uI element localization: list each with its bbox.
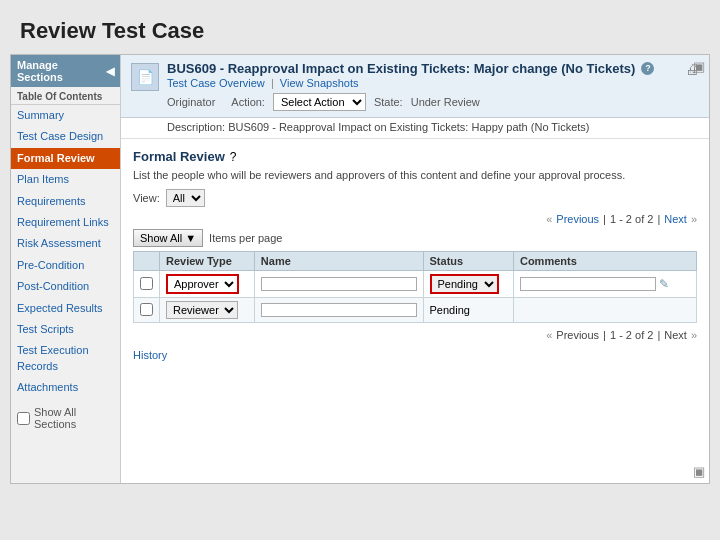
section-desc: List the people who will be reviewers an… [133, 169, 697, 181]
col-header-comments: Comments [513, 252, 696, 271]
show-all-btn-label: Show All [140, 232, 182, 244]
bottom-separator2: | [657, 329, 660, 341]
row2-status-text: Pending [430, 304, 470, 316]
view-snapshots-link[interactable]: View Snapshots [280, 77, 359, 89]
row1-status-select[interactable]: Pending [430, 274, 499, 294]
row2-comments-cell [513, 298, 696, 323]
action-select[interactable]: Select Action [273, 93, 366, 111]
sidebar-item-plan-items[interactable]: Plan Items [11, 169, 120, 190]
description-label: Description: [167, 121, 225, 133]
next-link[interactable]: Next [664, 213, 687, 225]
show-all-sections[interactable]: Show All Sections [11, 402, 120, 434]
sidebar-item-risk-assessment[interactable]: Risk Assessment [11, 233, 120, 254]
sidebar-item-test-case-design[interactable]: Test Case Design [11, 126, 120, 147]
row2-name-cell [254, 298, 423, 323]
state-label: State: [374, 96, 403, 108]
state-value: Under Review [411, 96, 480, 108]
row2-name-input[interactable] [261, 303, 417, 317]
pagination-bottom: « Previous | 1 - 2 of 2 | Next » [133, 329, 697, 341]
review-table: Review Type Name Status Comments Approv [133, 251, 697, 323]
row1-edit-icon[interactable]: ✎ [659, 277, 669, 291]
col-header-status: Status [423, 252, 513, 271]
next-nav-icon: » [691, 213, 697, 225]
view-select[interactable]: All [166, 189, 205, 207]
row2-review-type-cell: Reviewer [160, 298, 255, 323]
bottom-prev-link[interactable]: Previous [556, 329, 599, 341]
header-meta: Originator Action: Select Action State: … [167, 93, 677, 111]
pagination-info: | [603, 213, 606, 225]
top-right-corner-icon: ▣ [693, 59, 705, 74]
bottom-next-nav-icon: » [691, 329, 697, 341]
row1-comments-input[interactable] [520, 277, 656, 291]
prev-link[interactable]: Previous [556, 213, 599, 225]
col-header-checkbox [134, 252, 160, 271]
show-all-chevron-icon: ▼ [185, 232, 196, 244]
show-all-label: Show All Sections [34, 406, 114, 430]
main-container: Manage Sections ◀ Table Of Contents Summ… [10, 54, 710, 484]
section-title: Formal Review [133, 149, 225, 164]
prev-nav-icon: « [546, 213, 552, 225]
help-icon-title[interactable]: ? [641, 62, 654, 75]
sidebar-item-test-execution-records[interactable]: Test Execution Records [11, 340, 120, 377]
content-area: 📄 BUS609 - Reapproval Impact on Existing… [121, 55, 709, 483]
row1-checkbox-cell [134, 271, 160, 298]
sidebar-item-pre-condition[interactable]: Pre-Condition [11, 255, 120, 276]
show-all-button[interactable]: Show All ▼ [133, 229, 203, 247]
row1-review-type-select[interactable]: Approver [166, 274, 239, 294]
pagination-separator: | [657, 213, 660, 225]
row2-review-type-select[interactable]: Reviewer [166, 301, 238, 319]
bottom-pagination-count: 1 - 2 of 2 [610, 329, 653, 341]
row1-name-input[interactable] [261, 277, 417, 291]
bottom-next-link[interactable]: Next [664, 329, 687, 341]
header-info: BUS609 - Reapproval Impact on Existing T… [167, 61, 677, 111]
sidebar-item-post-condition[interactable]: Post-Condition [11, 276, 120, 297]
col-header-name: Name [254, 252, 423, 271]
toolbar-row: Show All ▼ Items per page [133, 229, 697, 247]
row1-review-type-cell: Approver [160, 271, 255, 298]
row2-checkbox-cell [134, 298, 160, 323]
table-row: Reviewer Pending [134, 298, 697, 323]
row2-status-cell: Pending [423, 298, 513, 323]
sidebar-item-formal-review[interactable]: Formal Review [11, 148, 120, 169]
row2-checkbox[interactable] [140, 303, 153, 316]
sidebar: Manage Sections ◀ Table Of Contents Summ… [11, 55, 121, 483]
header-title: BUS609 - Reapproval Impact on Existing T… [167, 61, 677, 76]
description-row: Description: BUS609 - Reapproval Impact … [121, 118, 709, 139]
bottom-prev-nav-icon: « [546, 329, 552, 341]
table-row: Approver Pending [134, 271, 697, 298]
history-link[interactable]: History [133, 349, 167, 361]
page-title: Review Test Case [0, 0, 720, 54]
row1-comments-cell: ✎ [513, 271, 696, 298]
sidebar-item-expected-results[interactable]: Expected Results [11, 298, 120, 319]
bottom-separator: | [603, 329, 606, 341]
row1-name-cell [254, 271, 423, 298]
link-separator: | [271, 77, 277, 89]
header-links: Test Case Overview | View Snapshots [167, 77, 677, 89]
controls-row: View: All [133, 189, 697, 207]
manage-sections-label: Manage Sections [17, 59, 106, 83]
show-all-checkbox[interactable] [17, 412, 30, 425]
row1-status-cell: Pending [423, 271, 513, 298]
sidebar-item-requirement-links[interactable]: Requirement Links [11, 212, 120, 233]
view-label: View: [133, 192, 160, 204]
sidebar-item-test-scripts[interactable]: Test Scripts [11, 319, 120, 340]
sidebar-item-summary[interactable]: Summary [11, 105, 120, 126]
sidebar-item-requirements[interactable]: Requirements [11, 191, 120, 212]
description-value: BUS609 - Reapproval Impact on Existing T… [228, 121, 589, 133]
content-header: 📄 BUS609 - Reapproval Impact on Existing… [121, 55, 709, 118]
pagination-top: « Previous | 1 - 2 of 2 | Next » [133, 213, 697, 225]
help-icon-section[interactable]: ? [230, 150, 237, 164]
action-label: Action: [231, 96, 265, 108]
originator-label: Originator [167, 96, 215, 108]
doc-icon: 📄 [131, 63, 159, 91]
doc-id-text: BUS609 - Reapproval Impact on Existing T… [167, 61, 635, 76]
sidebar-item-attachments[interactable]: Attachments [11, 377, 120, 398]
sidebar-collapse-icon[interactable]: ◀ [106, 65, 114, 78]
items-per-page-label: Items per page [209, 232, 282, 244]
row1-checkbox[interactable] [140, 277, 153, 290]
sidebar-header: Manage Sections ◀ [11, 55, 120, 87]
col-header-review-type: Review Type [160, 252, 255, 271]
section-title-row: Formal Review ? [133, 149, 697, 164]
test-case-overview-link[interactable]: Test Case Overview [167, 77, 265, 89]
bottom-right-corner-icon: ▣ [693, 464, 705, 479]
